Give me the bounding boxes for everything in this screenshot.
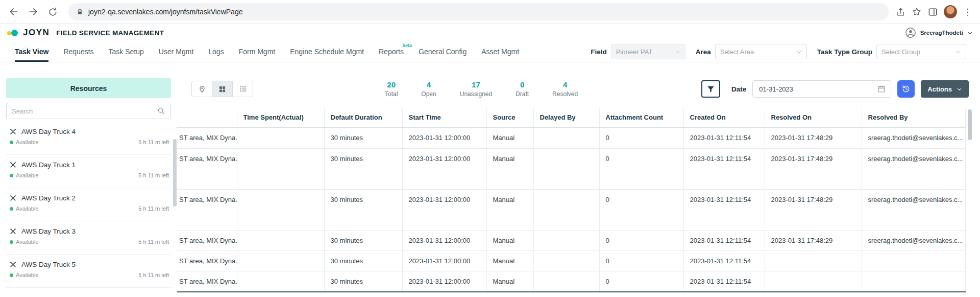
column-header-start-time[interactable]: Start Time	[402, 108, 486, 127]
table-cell: 2023-01-31 17:48:29	[765, 127, 862, 148]
field-select[interactable]: Pioneer PAT	[611, 44, 685, 59]
table-cell: ST area, MIX Dyna...	[177, 127, 237, 148]
resource-item[interactable]: AWS Day Truck 1 Available 5 h 11 m left	[6, 155, 171, 188]
table-cell	[237, 230, 324, 250]
table-cell: 2023-01-31 12:00:00	[402, 271, 486, 292]
chevron-down-icon	[955, 49, 961, 55]
area-select[interactable]: Select Area	[715, 44, 807, 59]
table-cell	[533, 127, 599, 148]
filter-button[interactable]	[701, 80, 720, 98]
area-label: Area	[696, 48, 711, 56]
tab-reports[interactable]: Reportsbeta	[379, 41, 404, 62]
tab-form-mgmt[interactable]: Form Mgmt	[239, 41, 276, 62]
resource-search[interactable]	[6, 103, 171, 119]
actions-button[interactable]: Actions	[921, 80, 969, 98]
table-row[interactable]: ST area, MIX Dyna... 30 minutes 2023-01-…	[177, 271, 965, 292]
column-header-source[interactable]: Source	[486, 108, 533, 127]
table-cell: 0	[599, 189, 683, 230]
browser-forward-button[interactable]	[24, 3, 42, 20]
task-table: Time Spent(Actual) Default Duration Star…	[177, 108, 966, 292]
resource-item[interactable]: AWS Day Truck 2 Available 5 h 11 m left	[6, 188, 171, 221]
share-icon[interactable]	[896, 7, 905, 17]
history-button[interactable]	[897, 80, 915, 98]
bookmark-star-icon[interactable]	[912, 7, 922, 17]
logo-wordmark: JOYN	[23, 28, 50, 38]
table-cell	[533, 250, 599, 271]
resource-name: AWS Day Truck 4	[21, 128, 76, 135]
table-row[interactable]: ST area, MIX Dyna... 30 minutes 2023-01-…	[177, 189, 965, 230]
logo-dots-icon	[7, 29, 19, 37]
stat-open: 4 Open	[421, 80, 436, 98]
user-menu[interactable]: SreeragThodeti	[905, 27, 973, 38]
table-scrollbar[interactable]	[966, 108, 973, 292]
browser-menu-icon[interactable]: ⋮	[963, 8, 972, 16]
tools-icon	[9, 261, 17, 268]
map-view-button[interactable]	[191, 81, 212, 97]
browser-back-button[interactable]	[5, 3, 22, 20]
table-cell	[533, 189, 599, 230]
table-cell: ST area, MIX Dyna...	[177, 189, 237, 230]
search-input[interactable]	[12, 107, 153, 115]
browser-reload-button[interactable]	[44, 3, 61, 20]
tab-requests[interactable]: Requests	[63, 41, 93, 62]
column-header[interactable]	[177, 108, 237, 127]
resource-item[interactable]: AWS Day Truck 3 Available 5 h 11 m left	[6, 221, 171, 255]
column-header-delayed-by[interactable]: Delayed By	[533, 108, 599, 127]
back-icon	[9, 7, 19, 17]
table-cell: 30 minutes	[324, 148, 402, 189]
table-cell	[237, 127, 324, 148]
tab-user-mgmt[interactable]: User Mgmt	[159, 41, 193, 62]
tab-asset-mgmt[interactable]: Asset Mgmt	[481, 41, 519, 62]
search-icon	[157, 107, 165, 115]
side-panel-icon[interactable]	[928, 7, 938, 17]
resources-header: Resources	[6, 78, 171, 98]
column-header-attachment-count[interactable]: Attachment Count	[599, 108, 683, 127]
date-input[interactable]: 01-31-2023	[752, 80, 891, 98]
table-cell: 30 minutes	[324, 189, 402, 230]
browser-profile-avatar[interactable]	[944, 5, 957, 18]
table-cell: 2023-01-31 17:48:29	[765, 189, 862, 230]
resource-item[interactable]: AWS Day Truck 5 Available 5 h 11 m left	[6, 255, 171, 288]
chevron-down-icon	[675, 49, 680, 55]
tab-task-view[interactable]: Task View	[15, 41, 48, 62]
stat-total: 20 Total	[385, 80, 398, 98]
column-header-time-spent[interactable]: Time Spent(Actual)	[237, 108, 324, 127]
column-header-resolved-by[interactable]: Resolved By	[862, 108, 965, 127]
app-title: FIELD SERVICE MANAGEMENT	[56, 29, 164, 37]
view-toggle-group	[191, 81, 253, 97]
table-cell: Manual	[486, 127, 533, 148]
table-cell: 2023-01-31 12:11:54	[683, 230, 765, 250]
table-row[interactable]: ST area, MIX Dyna... 30 minutes 2023-01-…	[177, 127, 965, 148]
tab-general-config[interactable]: General Config	[419, 41, 467, 62]
sidebar-scrollbar[interactable]	[173, 139, 177, 207]
table-cell: 30 minutes	[324, 230, 402, 250]
username: SreeragThodeti	[920, 30, 963, 36]
tab-engine-schedule-mgmt[interactable]: Engine Schedule Mgmt	[290, 41, 364, 62]
history-icon	[901, 84, 911, 94]
grid-view-button[interactable]	[212, 81, 233, 97]
table-row[interactable]: ST area, MIX Dyna... 30 minutes 2023-01-…	[177, 230, 965, 250]
table-cell: 2023-01-31 12:11:54	[683, 127, 765, 148]
table-row[interactable]: ST area, MIX Dyna... 30 minutes 2023-01-…	[177, 148, 965, 189]
status-dot	[10, 174, 13, 177]
list-view-button[interactable]	[232, 81, 253, 97]
resources-sidebar: Resources AWS Day Truck 4 Available 5 h …	[0, 62, 177, 297]
table-scrollbar-thumb[interactable]	[968, 109, 972, 140]
grid-icon	[218, 85, 226, 93]
url-bar[interactable]: joyn2-qa.sevenlakes.com/joynfsm/taskView…	[68, 3, 889, 20]
column-header-created-on[interactable]: Created On	[683, 108, 765, 127]
table-cell: 2023-01-31 12:00:00	[402, 250, 486, 271]
tab-logs[interactable]: Logs	[208, 41, 224, 62]
table-cell: sreerag.thodeti@sevenlakes.c...	[862, 127, 965, 148]
calendar-icon[interactable]	[877, 85, 886, 93]
table-row[interactable]: ST area, MIX Dyna... 30 minutes 2023-01-…	[177, 250, 965, 271]
column-header-resolved-on[interactable]: Resolved On	[765, 108, 862, 127]
tools-icon	[9, 194, 17, 202]
table-cell: 30 minutes	[324, 127, 402, 148]
column-header-default-duration[interactable]: Default Duration	[324, 108, 402, 127]
tab-task-setup[interactable]: Task Setup	[109, 41, 144, 62]
resource-item[interactable]: AWS Day Truck 4 Available 5 h 11 m left	[6, 122, 171, 155]
table-cell: 0	[599, 250, 683, 271]
table-cell: 2023-01-31 17:48:29	[765, 230, 862, 250]
task-type-group-select[interactable]: Select Group	[876, 44, 966, 59]
